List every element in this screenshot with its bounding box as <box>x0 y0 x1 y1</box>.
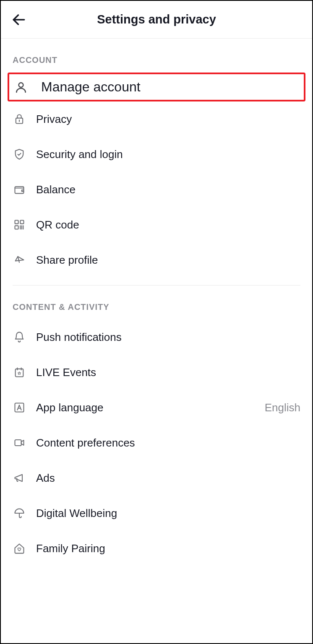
list-item-ads[interactable]: Ads <box>13 460 300 496</box>
list-item-label: Balance <box>36 183 300 196</box>
list-item-label: Share profile <box>36 254 300 267</box>
page-title: Settings and privacy <box>11 13 302 26</box>
home-heart-icon <box>13 542 26 555</box>
calendar-star-icon <box>13 366 26 379</box>
wallet-icon <box>13 183 26 196</box>
umbrella-icon <box>13 506 26 520</box>
list-item-live-events[interactable]: LIVE Events <box>13 355 300 390</box>
svg-rect-7 <box>15 226 18 229</box>
megaphone-icon <box>13 471 26 485</box>
list-item-qr-code[interactable]: QR code <box>13 207 300 242</box>
section-header-account: ACCOUNT <box>1 39 312 73</box>
list-item-app-language[interactable]: App language English <box>13 390 300 425</box>
list-item-label: App language <box>36 401 265 414</box>
lock-icon <box>13 112 26 126</box>
video-icon <box>13 436 26 449</box>
content-list: Push notifications LIVE Events App langu… <box>1 319 312 566</box>
list-item-security[interactable]: Security and login <box>13 137 300 172</box>
svg-rect-14 <box>15 403 24 412</box>
qr-code-icon <box>13 218 26 231</box>
list-item-privacy[interactable]: Privacy <box>13 101 300 137</box>
share-icon <box>13 253 26 267</box>
list-item-manage-account[interactable]: Manage account <box>8 73 305 101</box>
list-item-family-pairing[interactable]: Family Pairing <box>13 531 300 566</box>
list-item-label: Content preferences <box>36 436 300 449</box>
list-item-label: LIVE Events <box>36 366 300 379</box>
section-header-content: CONTENT & ACTIVITY <box>1 286 312 319</box>
svg-rect-16 <box>15 440 21 446</box>
list-item-label: Manage account <box>41 79 299 95</box>
list-item-value: English <box>265 401 300 414</box>
svg-rect-5 <box>15 221 18 224</box>
list-item-balance[interactable]: Balance <box>13 172 300 207</box>
list-item-label: Privacy <box>36 113 300 126</box>
list-item-label: Push notifications <box>36 331 300 344</box>
list-item-label: Digital Wellbeing <box>36 507 300 520</box>
shield-icon <box>13 148 26 161</box>
list-item-label: QR code <box>36 218 300 231</box>
list-item-label: Family Pairing <box>36 542 300 555</box>
list-item-label: Security and login <box>36 148 300 161</box>
list-item-label: Ads <box>36 472 300 485</box>
list-item-content-preferences[interactable]: Content preferences <box>13 425 300 460</box>
back-button[interactable] <box>11 12 27 28</box>
header: Settings and privacy <box>1 1 312 39</box>
svg-rect-6 <box>20 221 23 224</box>
account-list: Manage account Privacy Security and logi… <box>1 73 312 278</box>
list-item-digital-wellbeing[interactable]: Digital Wellbeing <box>13 496 300 531</box>
arrow-left-icon <box>11 12 27 28</box>
svg-point-1 <box>19 83 23 87</box>
bell-icon <box>13 330 26 344</box>
svg-rect-11 <box>16 369 23 377</box>
person-icon <box>14 80 28 94</box>
language-icon <box>13 401 26 414</box>
list-item-push-notifications[interactable]: Push notifications <box>13 319 300 355</box>
list-item-share-profile[interactable]: Share profile <box>13 242 300 278</box>
